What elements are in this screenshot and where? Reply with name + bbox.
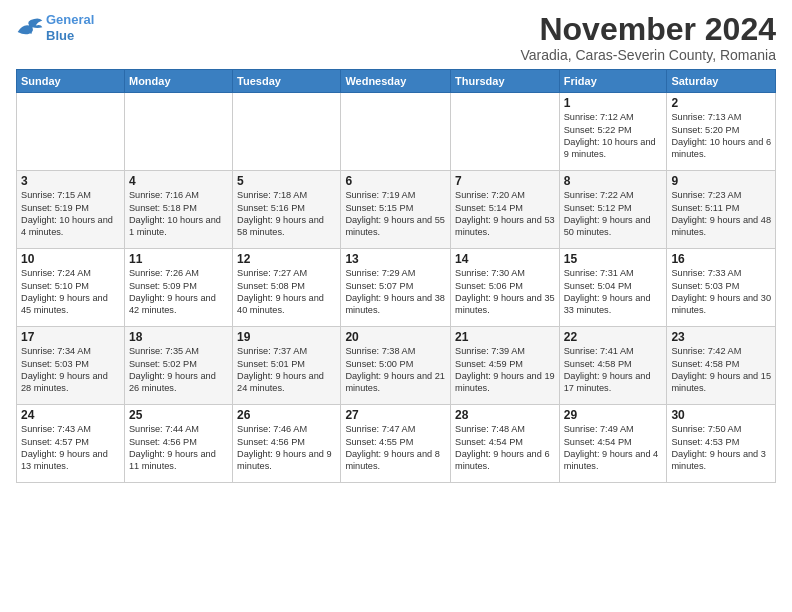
header-wednesday: Wednesday (341, 70, 451, 93)
day-number: 30 (671, 408, 771, 422)
day-info: Sunrise: 7:16 AM Sunset: 5:18 PM Dayligh… (129, 189, 228, 239)
day-info: Sunrise: 7:15 AM Sunset: 5:19 PM Dayligh… (21, 189, 120, 239)
day-number: 6 (345, 174, 446, 188)
day-number: 12 (237, 252, 336, 266)
day-info: Sunrise: 7:35 AM Sunset: 5:02 PM Dayligh… (129, 345, 228, 395)
day-number: 11 (129, 252, 228, 266)
calendar-header-row: Sunday Monday Tuesday Wednesday Thursday… (17, 70, 776, 93)
table-row: 22Sunrise: 7:41 AM Sunset: 4:58 PM Dayli… (559, 327, 667, 405)
table-row: 26Sunrise: 7:46 AM Sunset: 4:56 PM Dayli… (233, 405, 341, 483)
day-number: 17 (21, 330, 120, 344)
day-info: Sunrise: 7:13 AM Sunset: 5:20 PM Dayligh… (671, 111, 771, 161)
day-info: Sunrise: 7:43 AM Sunset: 4:57 PM Dayligh… (21, 423, 120, 473)
day-info: Sunrise: 7:50 AM Sunset: 4:53 PM Dayligh… (671, 423, 771, 473)
day-info: Sunrise: 7:22 AM Sunset: 5:12 PM Dayligh… (564, 189, 663, 239)
table-row: 14Sunrise: 7:30 AM Sunset: 5:06 PM Dayli… (451, 249, 560, 327)
day-info: Sunrise: 7:19 AM Sunset: 5:15 PM Dayligh… (345, 189, 446, 239)
day-number: 21 (455, 330, 555, 344)
table-row: 6Sunrise: 7:19 AM Sunset: 5:15 PM Daylig… (341, 171, 451, 249)
day-number: 16 (671, 252, 771, 266)
table-row: 1Sunrise: 7:12 AM Sunset: 5:22 PM Daylig… (559, 93, 667, 171)
table-row: 12Sunrise: 7:27 AM Sunset: 5:08 PM Dayli… (233, 249, 341, 327)
header-monday: Monday (124, 70, 232, 93)
day-number: 24 (21, 408, 120, 422)
table-row: 10Sunrise: 7:24 AM Sunset: 5:10 PM Dayli… (17, 249, 125, 327)
header-sunday: Sunday (17, 70, 125, 93)
day-info: Sunrise: 7:46 AM Sunset: 4:56 PM Dayligh… (237, 423, 336, 473)
logo-bird-icon (16, 17, 44, 39)
table-row (341, 93, 451, 171)
table-row: 18Sunrise: 7:35 AM Sunset: 5:02 PM Dayli… (124, 327, 232, 405)
table-row: 5Sunrise: 7:18 AM Sunset: 5:16 PM Daylig… (233, 171, 341, 249)
day-number: 7 (455, 174, 555, 188)
table-row: 16Sunrise: 7:33 AM Sunset: 5:03 PM Dayli… (667, 249, 776, 327)
table-row: 3Sunrise: 7:15 AM Sunset: 5:19 PM Daylig… (17, 171, 125, 249)
day-info: Sunrise: 7:49 AM Sunset: 4:54 PM Dayligh… (564, 423, 663, 473)
day-info: Sunrise: 7:37 AM Sunset: 5:01 PM Dayligh… (237, 345, 336, 395)
header-tuesday: Tuesday (233, 70, 341, 93)
day-info: Sunrise: 7:27 AM Sunset: 5:08 PM Dayligh… (237, 267, 336, 317)
table-row: 25Sunrise: 7:44 AM Sunset: 4:56 PM Dayli… (124, 405, 232, 483)
header-thursday: Thursday (451, 70, 560, 93)
table-row: 11Sunrise: 7:26 AM Sunset: 5:09 PM Dayli… (124, 249, 232, 327)
table-row (233, 93, 341, 171)
table-row: 7Sunrise: 7:20 AM Sunset: 5:14 PM Daylig… (451, 171, 560, 249)
day-number: 26 (237, 408, 336, 422)
table-row (451, 93, 560, 171)
day-number: 18 (129, 330, 228, 344)
day-number: 29 (564, 408, 663, 422)
day-info: Sunrise: 7:39 AM Sunset: 4:59 PM Dayligh… (455, 345, 555, 395)
day-info: Sunrise: 7:23 AM Sunset: 5:11 PM Dayligh… (671, 189, 771, 239)
header-saturday: Saturday (667, 70, 776, 93)
table-row: 19Sunrise: 7:37 AM Sunset: 5:01 PM Dayli… (233, 327, 341, 405)
day-info: Sunrise: 7:44 AM Sunset: 4:56 PM Dayligh… (129, 423, 228, 473)
day-number: 25 (129, 408, 228, 422)
day-info: Sunrise: 7:33 AM Sunset: 5:03 PM Dayligh… (671, 267, 771, 317)
table-row: 8Sunrise: 7:22 AM Sunset: 5:12 PM Daylig… (559, 171, 667, 249)
day-number: 10 (21, 252, 120, 266)
logo-text: General Blue (46, 12, 94, 43)
day-info: Sunrise: 7:48 AM Sunset: 4:54 PM Dayligh… (455, 423, 555, 473)
day-info: Sunrise: 7:18 AM Sunset: 5:16 PM Dayligh… (237, 189, 336, 239)
table-row: 17Sunrise: 7:34 AM Sunset: 5:03 PM Dayli… (17, 327, 125, 405)
table-row: 15Sunrise: 7:31 AM Sunset: 5:04 PM Dayli… (559, 249, 667, 327)
table-row: 9Sunrise: 7:23 AM Sunset: 5:11 PM Daylig… (667, 171, 776, 249)
table-row: 20Sunrise: 7:38 AM Sunset: 5:00 PM Dayli… (341, 327, 451, 405)
day-number: 22 (564, 330, 663, 344)
day-number: 19 (237, 330, 336, 344)
day-info: Sunrise: 7:42 AM Sunset: 4:58 PM Dayligh… (671, 345, 771, 395)
table-row: 27Sunrise: 7:47 AM Sunset: 4:55 PM Dayli… (341, 405, 451, 483)
day-info: Sunrise: 7:24 AM Sunset: 5:10 PM Dayligh… (21, 267, 120, 317)
logo: General Blue (16, 12, 94, 43)
day-number: 28 (455, 408, 555, 422)
table-row: 2Sunrise: 7:13 AM Sunset: 5:20 PM Daylig… (667, 93, 776, 171)
table-row (17, 93, 125, 171)
calendar-week-row: 10Sunrise: 7:24 AM Sunset: 5:10 PM Dayli… (17, 249, 776, 327)
day-info: Sunrise: 7:12 AM Sunset: 5:22 PM Dayligh… (564, 111, 663, 161)
table-row: 21Sunrise: 7:39 AM Sunset: 4:59 PM Dayli… (451, 327, 560, 405)
calendar-week-row: 17Sunrise: 7:34 AM Sunset: 5:03 PM Dayli… (17, 327, 776, 405)
day-number: 27 (345, 408, 446, 422)
table-row: 13Sunrise: 7:29 AM Sunset: 5:07 PM Dayli… (341, 249, 451, 327)
table-row: 30Sunrise: 7:50 AM Sunset: 4:53 PM Dayli… (667, 405, 776, 483)
day-number: 23 (671, 330, 771, 344)
day-number: 3 (21, 174, 120, 188)
day-number: 1 (564, 96, 663, 110)
month-title: November 2024 (521, 12, 777, 47)
title-block: November 2024 Varadia, Caras-Severin Cou… (521, 12, 777, 63)
day-number: 15 (564, 252, 663, 266)
table-row (124, 93, 232, 171)
table-row: 28Sunrise: 7:48 AM Sunset: 4:54 PM Dayli… (451, 405, 560, 483)
day-number: 14 (455, 252, 555, 266)
calendar-week-row: 24Sunrise: 7:43 AM Sunset: 4:57 PM Dayli… (17, 405, 776, 483)
calendar-table: Sunday Monday Tuesday Wednesday Thursday… (16, 69, 776, 483)
day-number: 2 (671, 96, 771, 110)
day-number: 4 (129, 174, 228, 188)
calendar-week-row: 3Sunrise: 7:15 AM Sunset: 5:19 PM Daylig… (17, 171, 776, 249)
day-info: Sunrise: 7:41 AM Sunset: 4:58 PM Dayligh… (564, 345, 663, 395)
day-number: 5 (237, 174, 336, 188)
day-number: 8 (564, 174, 663, 188)
day-info: Sunrise: 7:30 AM Sunset: 5:06 PM Dayligh… (455, 267, 555, 317)
day-number: 9 (671, 174, 771, 188)
header-friday: Friday (559, 70, 667, 93)
